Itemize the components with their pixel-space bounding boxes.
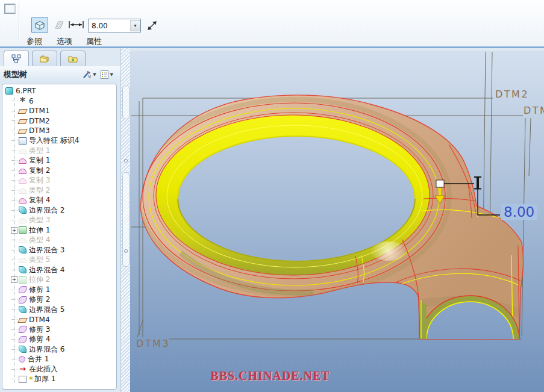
favorites-tab-icon (67, 54, 78, 64)
copy-icon (19, 158, 27, 164)
thickness-value-combobox[interactable]: 8.00 ▼ (88, 19, 141, 33)
tree-item-label: 导入特征 标识4 (29, 135, 79, 146)
chevron-down-icon: ▼ (133, 23, 137, 28)
axes-icon: * (19, 98, 27, 105)
application-window: 8.00 ▼ 参照 选项 属性 (0, 0, 544, 392)
tree-item[interactable]: 类型 4 (2, 235, 116, 246)
quilt-icon (19, 258, 27, 263)
cube-icon (33, 19, 46, 31)
trim-icon (19, 286, 27, 293)
tab-favorites[interactable] (60, 51, 86, 67)
tree-item[interactable]: *加厚 1 (2, 375, 116, 385)
tab-model-tree[interactable] (4, 51, 29, 67)
drag-handle[interactable] (436, 180, 444, 187)
flip-direction-button[interactable] (143, 17, 160, 34)
datum-label-dtm3[interactable]: DTM3 (136, 338, 170, 349)
tree-item[interactable]: 复制 4 (2, 196, 116, 206)
settings-icon[interactable] (82, 70, 92, 79)
tree-item-label: 加厚 1 (34, 374, 55, 384)
tree-item[interactable]: +拉伸 1 (2, 225, 116, 235)
model-tree-header: 模型树 ▼ ▼ (0, 66, 120, 82)
datum-plane-icon (17, 119, 28, 124)
tree-item[interactable]: 边界混合 4 (2, 265, 116, 275)
splitter-sash[interactable] (120, 48, 130, 392)
panel-tab-references[interactable]: 参照 (22, 36, 46, 47)
datum-plane-icon (17, 109, 28, 114)
graphics-viewport[interactable]: 8.00 DTM2 DTM DTM3 BBS.CHINADE.NET BBS.C… (130, 51, 544, 392)
boundary-blend-icon (19, 306, 27, 313)
tree-item[interactable]: →在此插入 (2, 364, 116, 375)
tree-item-label: 边界混合 2 (29, 205, 64, 216)
tree-item[interactable]: 边界混合 3 (2, 245, 116, 255)
show-options-icon[interactable] (100, 70, 109, 79)
thicken-feature-icon (4, 4, 16, 14)
tree-item[interactable]: +拉伸 2 (2, 275, 116, 285)
navigator-tab-strip (4, 51, 86, 66)
model-tree-tab-icon (11, 54, 21, 64)
tree-item[interactable]: DTM2 (2, 116, 116, 126)
tree-item[interactable]: DTM1 (2, 106, 116, 116)
tree-item[interactable]: 复制 1 (2, 156, 116, 166)
model-tree-panel[interactable]: 6.PRT*6DTM1DTM2DTM3导入特征 标识4类型 1复制 1复制 2复… (2, 84, 117, 390)
tree-item[interactable]: 类型 5 (2, 255, 116, 266)
main-area: 模型树 ▼ ▼ 6.PRT*6DT (0, 48, 544, 392)
surface-option-button[interactable] (51, 17, 67, 33)
quilt-icon (19, 218, 27, 223)
dimension-value[interactable]: 8.00 (504, 204, 534, 220)
panel-tab-options[interactable]: 选项 (52, 36, 77, 47)
datum-label-dtm1[interactable]: DTM (524, 105, 544, 116)
boundary-blend-icon (19, 207, 27, 214)
tree-item[interactable]: 修剪 4 (2, 335, 116, 345)
folder-browser-tab-icon (39, 54, 50, 64)
copy-icon (19, 169, 27, 174)
tree-item[interactable]: 修剪 1 (2, 285, 116, 295)
tree-item[interactable]: DTM3 (2, 126, 116, 136)
boundary-blend-icon (19, 246, 27, 254)
quilt-icon (19, 238, 27, 243)
tree-item[interactable]: *6 (2, 96, 116, 107)
tree-item[interactable]: 合并 1 (2, 355, 116, 365)
tab-folder-browser[interactable] (32, 51, 57, 67)
sash-dot (124, 249, 128, 253)
hatched-plane-icon (52, 19, 66, 31)
tree-item[interactable]: 类型 2 (2, 185, 116, 196)
combobox-dropdown-button[interactable]: ▼ (130, 20, 140, 31)
expand-toggle[interactable]: + (11, 276, 17, 283)
tree-item[interactable]: DTM4 (2, 315, 116, 325)
tree-item-label: 复制 1 (29, 155, 50, 166)
trim-icon (19, 336, 27, 343)
settings-dropdown-icon[interactable]: ▼ (93, 72, 96, 77)
solid-side-button[interactable] (31, 17, 48, 33)
tree-item[interactable]: 边界混合 6 (2, 344, 116, 355)
volute-model[interactable] (139, 95, 528, 339)
show-options-dropdown-icon[interactable]: ▼ (110, 72, 113, 77)
expand-toggle[interactable]: + (11, 227, 17, 234)
navigator-pane: 模型树 ▼ ▼ 6.PRT*6DT (0, 48, 120, 392)
boundary-blend-icon (19, 266, 27, 273)
sash-handle-top[interactable] (122, 86, 130, 119)
tree-item[interactable]: 边界混合 5 (2, 305, 116, 315)
model-tree-title: 模型树 (4, 69, 27, 80)
tree-item[interactable]: 修剪 2 (2, 295, 116, 305)
tree-item[interactable]: 边界混合 2 (2, 205, 116, 216)
tree-item-label: 修剪 2 (29, 294, 50, 305)
tree-item-label: 6 (29, 97, 34, 105)
tree-item[interactable]: 类型 3 (2, 216, 116, 226)
tree-item[interactable]: 复制 2 (2, 166, 116, 176)
quilt-icon (19, 149, 27, 154)
copy-icon (19, 198, 27, 204)
panel-tab-properties[interactable]: 属性 (82, 36, 106, 47)
tree-item[interactable]: 导入特征 标识4 (2, 136, 116, 146)
tree-item-label: 边界混合 5 (29, 305, 64, 315)
datum-label-dtm2[interactable]: DTM2 (495, 89, 529, 100)
tree-item[interactable]: 类型 1 (2, 146, 116, 156)
flip-arrows-icon (146, 19, 158, 32)
tree-item-label: 修剪 3 (29, 325, 50, 335)
tree-item-label: 类型 4 (29, 235, 50, 245)
tree-item-label: 拉伸 1 (29, 225, 50, 235)
tree-item[interactable]: 复制 3 (2, 176, 116, 186)
tree-item-label: 拉伸 2 (29, 275, 50, 285)
tree-item[interactable]: 修剪 3 (2, 325, 116, 335)
thickness-value[interactable]: 8.00 (89, 22, 130, 30)
tree-item-label: 合并 1 (28, 354, 49, 364)
